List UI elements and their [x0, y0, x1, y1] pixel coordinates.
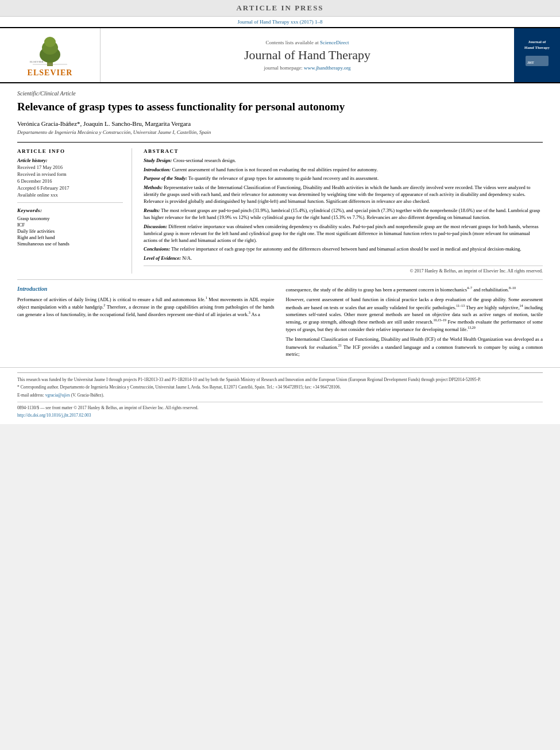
abstract-results: Results: The most relevant grasps are pa…: [144, 207, 543, 221]
aip-banner: ARTICLE IN PRESS: [0, 0, 560, 17]
svg-text:ELSEVIER: ELSEVIER: [30, 60, 44, 63]
homepage-url[interactable]: www.jhandtherapy.org: [304, 65, 351, 71]
article-title: Relevance of grasp types to assess funct…: [17, 100, 543, 114]
intro-left-para1: Performance of activities of daily livin…: [17, 295, 275, 318]
keyword-1: Grasp taxonomy: [17, 216, 123, 221]
ref-11-13: 11–13: [456, 304, 465, 307]
abstract-methods: Methods: Representative tasks of the Int…: [144, 184, 543, 205]
abstract-discussion: Discussion: Different relative importanc…: [144, 224, 543, 244]
footer-notes: This research was funded by the Universi…: [0, 367, 560, 424]
conclusions-text: The relative importance of each grasp ty…: [171, 246, 521, 252]
intro-left: Introduction Performance of activities o…: [17, 286, 275, 360]
journal-header-right: Journal ofHand Therapy JHT: [514, 28, 560, 82]
svg-text:JHT: JHT: [527, 61, 534, 64]
available-value: Available online xxx: [17, 192, 123, 198]
journal-header-left: ELSEVIER ELSEVIER: [0, 28, 101, 82]
revised-label: Received in revised form: [17, 171, 123, 177]
keyword-5: Simultaneous use of hands: [17, 241, 123, 247]
email-note: E-mail address: vgracia@ujies (V. Gracia…: [17, 392, 543, 398]
journal-header-center: Contents lists available at ScienceDirec…: [101, 28, 514, 82]
intro-right-para1: consequence, the study of the ability to…: [286, 286, 543, 293]
journal-logo-text: Journal ofHand Therapy: [523, 40, 551, 51]
level-label: Level of Evidence:: [144, 255, 181, 261]
email-suffix: (V. Gracia-Ibáñez).: [71, 393, 105, 398]
copyright-line: © 2017 Hanley & Belfus, an imprint of El…: [144, 266, 543, 274]
article-content: Scientific/Clinical Article Relevance of…: [0, 83, 560, 367]
intro-text: Current assessment of hand function is n…: [172, 167, 377, 172]
svg-point-3: [44, 37, 56, 47]
intro-label: Introduction:: [144, 167, 171, 172]
study-design-text: Cross-sectional research design.: [173, 157, 235, 163]
results-label: Results:: [144, 207, 160, 213]
abstract-purpose: Purpose of the Study: To quantify the re…: [144, 175, 543, 182]
history-label: Article history:: [17, 157, 123, 163]
journal-logo-small: Journal ofHand Therapy JHT: [523, 40, 551, 70]
doi-link[interactable]: http://dx.doi.org/10.1016/j.jht.2017.02.…: [17, 413, 91, 418]
abstract-col: ABSTRACT Study Design: Cross-sectional r…: [144, 148, 543, 274]
issn-line: 0894-1130/$ — see front matter © 2017 Ha…: [17, 405, 543, 411]
intro-section: Introduction Performance of activities o…: [17, 279, 543, 360]
ref-13-20: 13,20: [468, 326, 476, 329]
purpose-text: To quantify the relevance of grasp types…: [188, 175, 379, 181]
article-info-heading: ARTICLE INFO: [17, 148, 123, 154]
homepage-line: journal homepage: www.jhandtherapy.org: [264, 65, 350, 71]
ref-21: 21: [338, 344, 342, 347]
intro-right: consequence, the study of the ability to…: [286, 286, 543, 360]
article-type: Scientific/Clinical Article: [17, 90, 543, 97]
ref-1: 1: [206, 296, 207, 299]
email-link[interactable]: vgracia@ujies: [45, 393, 70, 398]
journal-title-big: Journal of Hand Therapy: [244, 48, 370, 63]
keyword-2: ICF: [17, 222, 123, 228]
abstract-intro: Introduction: Current assessment of hand…: [144, 167, 543, 174]
ref-4-7: 4–7: [467, 286, 472, 290]
level-text: N/A.: [182, 255, 192, 261]
elsevier-tree-icon: ELSEVIER: [27, 33, 73, 67]
funding-note: This research was funded by the Universi…: [17, 376, 543, 383]
ref-14: 14: [520, 304, 523, 307]
conclusions-label: Conclusions:: [144, 246, 170, 252]
accepted-value: Accepted 6 February 2017: [17, 185, 123, 191]
journal-logo-icon: JHT: [523, 51, 551, 68]
corresponding-note: * Corresponding author. Departamento de …: [17, 384, 543, 390]
keyword-4: Right and left hand: [17, 234, 123, 240]
contents-text: Contents lists available at: [266, 40, 319, 45]
ref-2: 2: [103, 303, 105, 307]
article-info-col: ARTICLE INFO Article history: Received 1…: [17, 148, 132, 274]
revised-date: 6 December 2016: [17, 178, 123, 184]
info-divider: [17, 202, 123, 203]
page: ARTICLE IN PRESS Journal of Hand Therapy…: [0, 0, 560, 424]
author-affiliation: Departamento de Ingeniería Mecánica y Co…: [17, 129, 543, 135]
doi-line: http://dx.doi.org/10.1016/j.jht.2017.02.…: [17, 412, 543, 418]
journal-link-line: Journal of Hand Therapy xxx (2017) 1–8: [0, 17, 560, 27]
abstract-conclusions: Conclusions: The relative importance of …: [144, 246, 543, 253]
abstract-heading: ABSTRACT: [144, 148, 543, 154]
ref-10-15-19: 10,15–19: [434, 318, 447, 322]
footer-notes-inner: This research was funded by the Universi…: [17, 372, 543, 418]
keyword-3: Daily life activities: [17, 228, 123, 234]
intro-heading: Introduction: [17, 286, 275, 292]
elsevier-brand-text: ELSEVIER: [28, 68, 73, 78]
keywords-heading: Keywords:: [17, 207, 123, 213]
methods-text: Representative tasks of the Internationa…: [144, 184, 531, 204]
homepage-label: journal homepage:: [264, 65, 302, 71]
sciencedirect-link[interactable]: ScienceDirect: [320, 40, 349, 45]
intro-right-para2: However, current assessment of hand func…: [286, 296, 543, 333]
discussion-text: Different relative importance was obtain…: [144, 224, 538, 243]
article-authors: Verónica Gracia-Ibáñez*, Joaquin L. Sanc…: [17, 120, 543, 127]
email-label: E-mail address:: [17, 393, 45, 398]
study-design-label: Study Design:: [144, 157, 172, 163]
intro-left-para1-text: Performance of activities of daily livin…: [17, 297, 275, 317]
purpose-label: Purpose of the Study:: [144, 175, 187, 181]
results-text: The most relevant grasps are pad-to-pad …: [144, 207, 540, 220]
elsevier-logo: ELSEVIER ELSEVIER: [27, 33, 73, 78]
abstract-level: Level of Evidence: N/A.: [144, 255, 543, 262]
aip-banner-text: ARTICLE IN PRESS: [236, 3, 323, 12]
contents-line: Contents lists available at ScienceDirec…: [266, 40, 349, 45]
journal-header: ELSEVIER ELSEVIER Contents lists availab…: [0, 27, 560, 83]
info-section: ARTICLE INFO Article history: Received 1…: [17, 142, 543, 274]
authors-text: Verónica Gracia-Ibáñez*, Joaquin L. Sanc…: [17, 120, 191, 127]
received-value: Received 17 May 2016: [17, 164, 123, 170]
abstract-study-design: Study Design: Cross-sectional research d…: [144, 157, 543, 164]
intro-right-para3: The International Classification of Func…: [286, 336, 543, 357]
ref-8-10: 8–10: [509, 286, 516, 290]
